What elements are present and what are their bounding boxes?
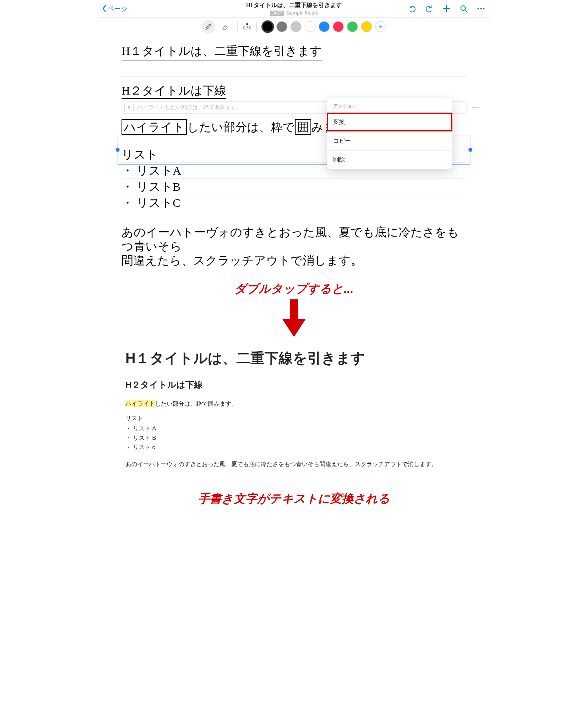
pencil-icon [205,23,212,31]
down-arrow-icon [98,299,490,337]
boxed-word: ハイライト [122,119,187,135]
list-item: ・ リスト B [125,433,463,443]
stroke-dot-icon [246,23,248,25]
redo-icon[interactable] [424,4,434,14]
svg-point-2 [480,8,482,9]
separator [237,22,238,32]
stroke-size-button[interactable]: 0.35 [243,23,250,30]
separator [256,22,257,32]
context-menu-header: アクション [327,98,452,113]
search-icon[interactable] [459,4,469,14]
converted-list-title: リスト [125,415,463,422]
converted-highlight-line: ハイライトしたい部分は、粋で囲みます。 [125,400,463,408]
context-menu-delete[interactable]: 削除 [327,150,452,169]
converted-h1: H１タイトルは、二重下線を引きます [125,349,463,368]
svg-point-3 [483,8,485,9]
selection-handle-right[interactable] [468,148,472,152]
annotation-caption-2: 手書き文字がテキストに変換される [98,491,490,507]
pen-tool[interactable] [202,20,215,33]
color-swatch-white[interactable] [305,21,316,32]
color-swatch-blue[interactable] [319,21,330,32]
converted-paragraph: あのイーハトーヴォのすきとおった風、夏でも底に冷たさをもつ青いそら間違えたら、ス… [125,461,463,468]
toolbar: 0.35 ＋ [98,18,490,36]
hw-paragraph: あのイーハトーヴォのすきとおった風、夏でも底に冷たさをもつ青いそら 間違えたら、… [122,225,466,268]
color-swatch-lightgray[interactable] [290,21,301,32]
context-menu-copy[interactable]: コピー [327,131,452,150]
boxed-word: 囲 [295,119,311,135]
converted-h2: H２タイトルは下線 [125,379,463,391]
document-subtitle: Sample Notes [287,10,319,16]
hw-list-item: ・ リストB [122,180,181,194]
more-dots-icon[interactable]: ••• [472,104,480,111]
list-item: ・ リスト c [125,443,463,452]
add-color-button[interactable]: ＋ [375,21,386,32]
annotation-caption-1: ダブルタップすると... [98,281,490,297]
context-menu-convert[interactable]: 変換 [327,113,452,131]
converted-output: H１タイトルは、二重下線を引きます H２タイトルは下線 ハイライトしたい部分は、… [98,343,490,487]
converted-list: ・ リスト A ・ リスト B ・ リスト c [125,424,463,452]
paragraph-icon: ¶ [124,103,134,112]
eraser-icon [221,23,229,31]
list-item: ・ リスト A [125,424,463,433]
svg-point-0 [461,6,466,11]
locale-tag: JA-JP [270,11,284,16]
nav-actions [407,4,486,14]
color-swatch-green[interactable] [347,21,358,32]
eraser-tool[interactable] [218,20,232,33]
hw-h1: H１タイトルは、二重下線を引きます [122,44,322,60]
more-icon[interactable] [476,4,486,14]
color-swatch-red[interactable] [333,21,344,32]
hw-list-item: ・ リストC [122,196,181,210]
stroke-size-value: 0.35 [243,26,250,30]
undo-icon[interactable] [407,4,417,14]
highlighted-word: ハイライト [125,400,155,407]
chevron-left-icon [102,5,107,13]
hw-list-item: ・ リストA [122,164,181,178]
nav-bar: ページ HI タイトルは、二重下線を引きます JA-JPSample Notes [98,0,490,18]
color-swatch-gray[interactable] [276,21,287,32]
selection-handle-left[interactable] [116,148,120,152]
color-swatch-yellow[interactable] [361,21,372,32]
note-canvas[interactable]: H１タイトルは、二重下線を引きます H２タイトルは下線 ¶ ハイライトしたい部分… [98,36,490,271]
back-button[interactable]: ページ [102,4,127,13]
placeholder-text: ハイライトしたい部分は、枠で囲みます。 [138,104,242,111]
context-menu: アクション 変換 コピー 削除 [327,98,452,169]
back-label: ページ [107,4,127,13]
color-swatch-black[interactable] [262,21,273,32]
svg-point-1 [477,8,479,9]
hw-h2: H２タイトルは下線 [122,84,226,99]
plus-icon[interactable] [441,4,452,14]
